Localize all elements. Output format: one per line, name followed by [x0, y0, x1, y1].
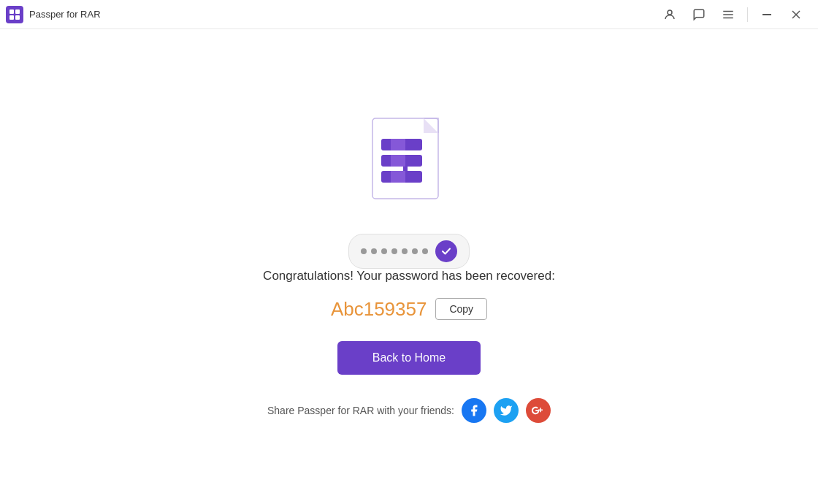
dot-2 — [371, 248, 377, 254]
check-circle — [435, 240, 457, 262]
dot-7 — [422, 248, 428, 254]
dot-4 — [391, 248, 397, 254]
googleplus-button[interactable] — [526, 398, 551, 423]
main-content: Congratulations! Your password has been … — [0, 29, 818, 504]
congrats-text: Congratulations! Your password has been … — [263, 269, 555, 283]
svg-rect-0 — [9, 9, 14, 14]
share-row: Share Passper for RAR with your friends: — [267, 398, 551, 423]
app-icon — [6, 6, 23, 23]
back-home-button[interactable]: Back to Home — [337, 341, 481, 375]
dot-6 — [412, 248, 418, 254]
dot-5 — [402, 248, 408, 254]
file-svg — [351, 111, 467, 228]
twitter-button[interactable] — [494, 398, 519, 423]
svg-point-4 — [668, 10, 672, 15]
password-bar — [348, 234, 470, 269]
copy-button[interactable]: Copy — [435, 298, 487, 320]
svg-rect-8 — [762, 14, 771, 15]
close-button[interactable] — [783, 3, 809, 26]
svg-rect-16 — [391, 155, 405, 167]
dot-3 — [381, 248, 387, 254]
password-display: Abc159357 Copy — [331, 298, 487, 321]
svg-rect-3 — [15, 15, 20, 20]
title-bar-right — [657, 3, 809, 26]
minimize-button[interactable] — [754, 3, 780, 26]
title-bar-left: Passper for RAR — [6, 6, 101, 23]
svg-rect-2 — [9, 15, 14, 20]
user-button[interactable] — [657, 3, 683, 26]
file-illustration — [348, 111, 470, 269]
share-text: Share Passper for RAR with your friends: — [267, 405, 454, 416]
title-bar-divider — [747, 7, 748, 22]
password-value: Abc159357 — [331, 298, 427, 321]
svg-rect-19 — [391, 171, 405, 183]
app-title: Passper for RAR — [29, 9, 101, 20]
svg-rect-14 — [391, 139, 405, 150]
dot-1 — [361, 248, 367, 254]
svg-rect-1 — [15, 9, 20, 14]
facebook-button[interactable] — [462, 398, 486, 423]
menu-button[interactable] — [715, 3, 741, 26]
title-bar: Passper for RAR — [0, 0, 818, 29]
chat-button[interactable] — [686, 3, 712, 26]
